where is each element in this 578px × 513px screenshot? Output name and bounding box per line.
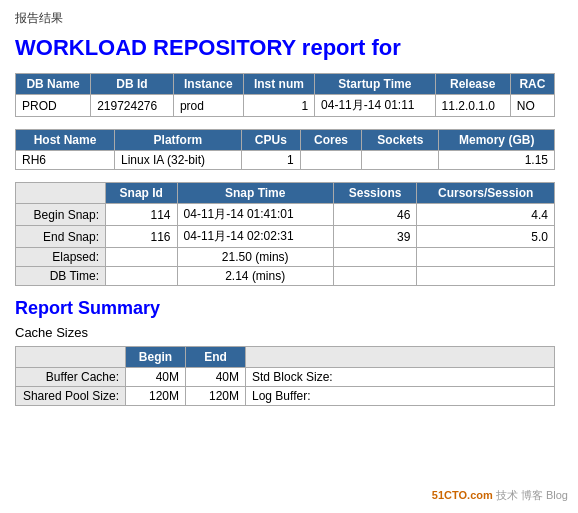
snap-dbtime-row: DB Time: 2.14 (mins) [16,267,555,286]
db-info-table: DB Name DB Id Instance Inst num Startup … [15,73,555,117]
startup-time-cell: 04-11月-14 01:11 [315,95,436,117]
inst-num-header: Inst num [243,74,314,95]
snap-begin-label: Begin Snap: [16,204,106,226]
sessions-header: Sessions [333,183,416,204]
snap-dbtime-cursors [417,267,555,286]
snap-end-time: 04-11月-14 02:02:31 [177,226,333,248]
shared-pool-end: 120M [186,387,246,406]
rac-header: RAC [510,74,554,95]
buffer-cache-end: 40M [186,368,246,387]
breadcrumb: 报告结果 [15,10,563,27]
host-info-table: Host Name Platform CPUs Cores Sockets Me… [15,129,555,170]
shared-pool-row: Shared Pool Size: 120M 120M Log Buffer: [16,387,555,406]
cursors-header: Cursors/Session [417,183,555,204]
release-cell: 11.2.0.1.0 [435,95,510,117]
buffer-cache-row: Buffer Cache: 40M 40M Std Block Size: [16,368,555,387]
cache-sizes-table: Begin End Buffer Cache: 40M 40M Std Bloc… [15,346,555,406]
snap-label-header [16,183,106,204]
snap-elapsed-label: Elapsed: [16,248,106,267]
cores-cell [300,151,361,170]
release-header: Release [435,74,510,95]
shared-pool-begin: 120M [126,387,186,406]
snap-begin-time: 04-11月-14 01:41:01 [177,204,333,226]
shared-pool-label: Shared Pool Size: [16,387,126,406]
db-info-row: PROD 219724276 prod 1 04-11月-14 01:11 11… [16,95,555,117]
platform-cell: Linux IA (32-bit) [114,151,241,170]
buffer-cache-label: Buffer Cache: [16,368,126,387]
host-name-cell: RH6 [16,151,115,170]
std-block-size-label: Std Block Size: [246,368,555,387]
cache-sizes-subtitle: Cache Sizes [15,325,563,340]
host-info-row: RH6 Linux IA (32-bit) 1 1.15 [16,151,555,170]
report-summary-title: Report Summary [15,298,563,319]
cache-extra-header [246,347,555,368]
snap-end-sessions: 39 [333,226,416,248]
instance-cell: prod [173,95,243,117]
snap-begin-row: Begin Snap: 114 04-11月-14 01:41:01 46 4.… [16,204,555,226]
host-name-header: Host Name [16,130,115,151]
snap-time-header: Snap Time [177,183,333,204]
log-buffer-label: Log Buffer: [246,387,555,406]
rac-cell: NO [510,95,554,117]
snap-dbtime-sessions [333,267,416,286]
snap-begin-cursors: 4.4 [417,204,555,226]
snap-elapsed-time: 21.50 (mins) [177,248,333,267]
snap-elapsed-cursors [417,248,555,267]
cache-begin-header: Begin [126,347,186,368]
cpus-header: CPUs [241,130,300,151]
report-header: WORKLOAD REPOSITORY report for [15,35,563,61]
snap-end-id: 116 [106,226,178,248]
snap-id-header: Snap Id [106,183,178,204]
snap-elapsed-row: Elapsed: 21.50 (mins) [16,248,555,267]
db-id-cell: 219724276 [91,95,174,117]
platform-header: Platform [114,130,241,151]
db-name-header: DB Name [16,74,91,95]
inst-num-cell: 1 [243,95,314,117]
cores-header: Cores [300,130,361,151]
instance-header: Instance [173,74,243,95]
cache-label-header [16,347,126,368]
db-name-cell: PROD [16,95,91,117]
snap-begin-sessions: 46 [333,204,416,226]
snap-dbtime-time: 2.14 (mins) [177,267,333,286]
snap-end-label: End Snap: [16,226,106,248]
db-id-header: DB Id [91,74,174,95]
snap-elapsed-sessions [333,248,416,267]
snap-end-cursors: 5.0 [417,226,555,248]
sockets-header: Sockets [362,130,439,151]
startup-time-header: Startup Time [315,74,436,95]
memory-header: Memory (GB) [439,130,555,151]
memory-cell: 1.15 [439,151,555,170]
snap-begin-id: 114 [106,204,178,226]
cpus-cell: 1 [241,151,300,170]
buffer-cache-begin: 40M [126,368,186,387]
snap-end-row: End Snap: 116 04-11月-14 02:02:31 39 5.0 [16,226,555,248]
sockets-cell [362,151,439,170]
cache-end-header: End [186,347,246,368]
snap-dbtime-label: DB Time: [16,267,106,286]
snap-dbtime-id [106,267,178,286]
snap-info-table: Snap Id Snap Time Sessions Cursors/Sessi… [15,182,555,286]
snap-elapsed-id [106,248,178,267]
